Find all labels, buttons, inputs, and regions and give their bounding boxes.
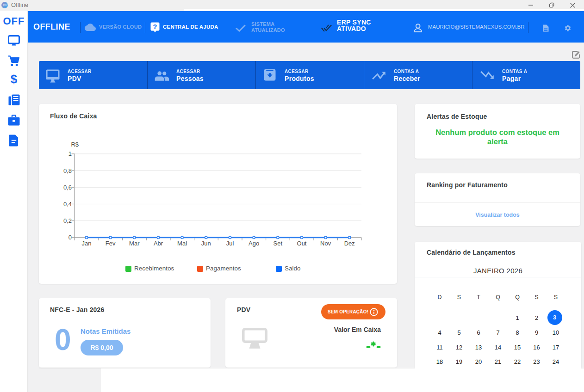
svg-text:0,8: 0,8 xyxy=(63,167,72,174)
svg-text:Set: Set xyxy=(273,240,283,247)
svg-text:0,6: 0,6 xyxy=(63,184,72,191)
svg-text:Mar: Mar xyxy=(129,240,140,247)
svg-text:Ago: Ago xyxy=(249,240,259,247)
svg-text:Abr: Abr xyxy=(154,240,163,247)
svg-text:R$: R$ xyxy=(71,141,79,148)
svg-text:1: 1 xyxy=(68,150,72,157)
svg-text:Jul: Jul xyxy=(226,240,234,247)
svg-text:Fev: Fev xyxy=(106,240,116,247)
svg-text:0,4: 0,4 xyxy=(63,201,72,208)
svg-text:Nov: Nov xyxy=(320,240,331,247)
svg-text:?: ? xyxy=(153,23,157,30)
svg-text:Dez: Dez xyxy=(344,240,355,247)
svg-text:0: 0 xyxy=(68,234,72,241)
svg-text:Out: Out xyxy=(297,240,307,247)
svg-text:Mai: Mai xyxy=(177,240,187,247)
svg-text:Jan: Jan xyxy=(82,240,92,247)
svg-text:0,2: 0,2 xyxy=(63,217,72,224)
svg-text:Jun: Jun xyxy=(201,240,211,247)
